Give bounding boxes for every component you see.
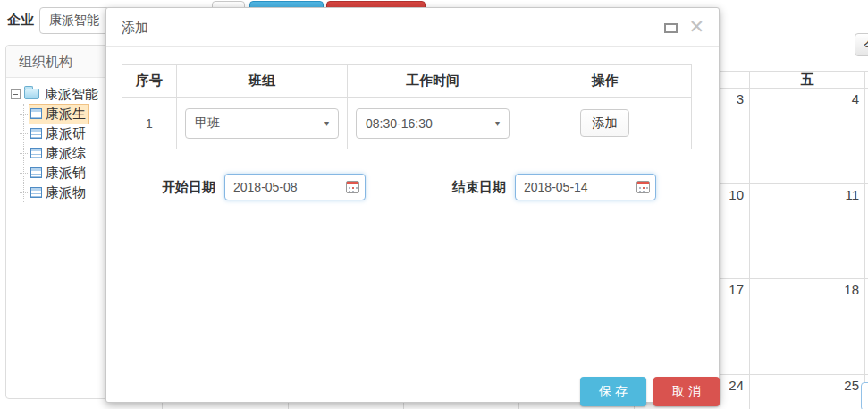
tree-item-label: 康派研 [46, 125, 86, 142]
cancel-button[interactable]: 取 消 [653, 377, 720, 406]
chevron-down-icon: ▾ [324, 118, 329, 128]
calendar-day-header-friday: 五 [750, 72, 865, 89]
tree-item-label: 康派生 [46, 106, 86, 123]
tree-item-node[interactable]: 康派综 [29, 143, 89, 164]
end-date-field [515, 174, 656, 200]
tree-item-node[interactable]: 康派研 [29, 124, 89, 144]
shift-table-row: 1 甲班 ▾ 08:30-16:30 ▾ 添加 [122, 98, 692, 149]
tree-item-node[interactable]: 康派物 [29, 183, 89, 203]
day-number: 25 [750, 375, 864, 396]
add-row-button[interactable]: 添加 [580, 109, 629, 137]
calendar-picker-icon[interactable] [636, 181, 650, 193]
tree-root-label[interactable]: 康派智能 [43, 84, 102, 105]
collapse-toggle-icon[interactable] [11, 89, 21, 99]
col-header-worktime: 工作时间 [348, 65, 518, 98]
action-cell: 添加 [518, 98, 692, 149]
tree-item-label: 康派销 [46, 165, 86, 182]
grid-icon [30, 187, 42, 198]
tree-connector-line [23, 104, 24, 202]
start-date-label: 开始日期 [162, 179, 215, 196]
tree-item-label: 康派物 [46, 184, 86, 201]
today-button[interactable]: 今天 [855, 33, 868, 56]
dialog-title: 添加 [122, 20, 148, 37]
grid-icon [30, 128, 42, 139]
day-number: 11 [750, 184, 864, 205]
close-icon[interactable]: ✕ [688, 13, 704, 40]
tree-item-selected[interactable]: 康派生 [29, 104, 89, 124]
row-index-cell: 1 [122, 98, 177, 149]
folder-icon [24, 89, 39, 99]
app-root: { "topbar": { "enterprise_label": "企业", … [0, 0, 868, 409]
end-date-label: 结束日期 [452, 179, 506, 196]
shift-table-header-row: 序号 班组 工作时间 操作 [122, 65, 692, 98]
day-number: 18 [750, 279, 864, 300]
calendar-day-cell[interactable]: 18 [750, 279, 865, 375]
add-dialog: 添加 ✕ 序号 班组 工作时间 操作 1 甲班 ▾ 08:30-16:30 ▾ [105, 7, 720, 403]
col-header-action: 操作 [518, 65, 692, 98]
calendar-picker-icon[interactable] [346, 181, 359, 193]
save-button[interactable]: 保 存 [580, 377, 646, 406]
chevron-down-icon: ▾ [495, 118, 500, 128]
team-select[interactable]: 甲班 ▾ [185, 108, 339, 139]
shift-table: 序号 班组 工作时间 操作 1 甲班 ▾ 08:30-16:30 ▾ 添加 [122, 64, 692, 149]
maximize-icon[interactable] [664, 23, 678, 33]
tree-item-node[interactable]: 康派销 [29, 163, 89, 183]
enterprise-label: 企业 [7, 12, 34, 29]
col-header-index: 序号 [122, 65, 177, 98]
grid-icon [30, 167, 42, 178]
tree-item-label: 康派综 [46, 145, 86, 162]
calendar-day-cell[interactable]: 25 [750, 375, 865, 409]
dialog-header: 添加 ✕ [106, 8, 719, 47]
start-date-input[interactable] [224, 174, 366, 200]
day-number: 4 [750, 89, 864, 109]
panel-border-stub [162, 402, 163, 409]
start-date-field [224, 174, 366, 200]
col-header-team: 班组 [177, 65, 348, 98]
grid-icon [30, 148, 42, 158]
worktime-select-value: 08:30-16:30 [366, 116, 433, 131]
calendar-day-cell[interactable]: 11 [750, 184, 865, 279]
calendar-event-fragment [861, 382, 868, 409]
grid-icon [30, 108, 42, 119]
worktime-select[interactable]: 08:30-16:30 ▾ [356, 108, 510, 139]
team-cell: 甲班 ▾ [177, 98, 348, 149]
calendar-day-cell[interactable]: 4 [750, 89, 865, 184]
team-select-value: 甲班 [195, 115, 220, 132]
end-date-input[interactable] [515, 174, 656, 200]
worktime-cell: 08:30-16:30 ▾ [348, 98, 518, 149]
